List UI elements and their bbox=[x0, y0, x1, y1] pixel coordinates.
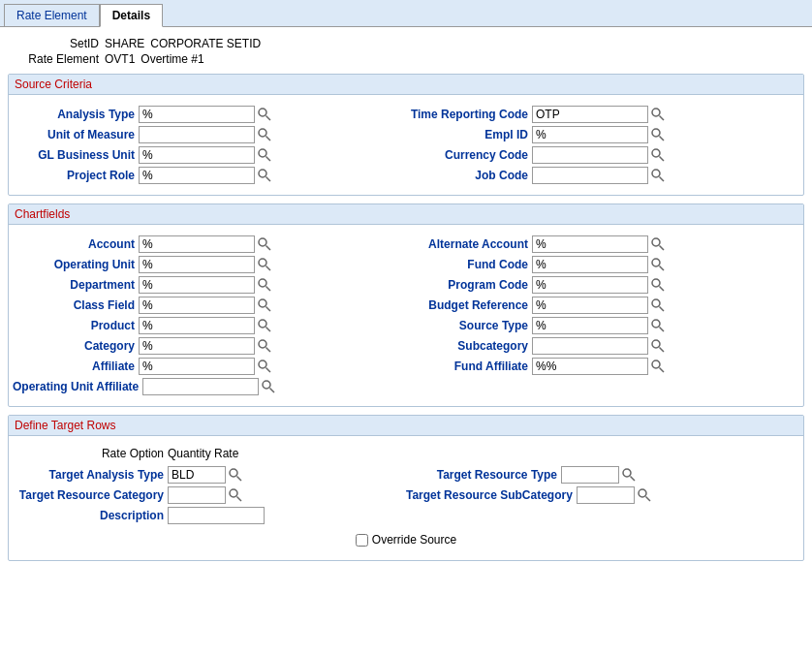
svg-point-8 bbox=[652, 109, 660, 116]
svg-line-5 bbox=[266, 157, 271, 162]
project-role-input[interactable] bbox=[139, 167, 255, 184]
fund-code-input[interactable] bbox=[532, 256, 648, 273]
target-resource-subcategory-label: Target Resource SubCategory bbox=[406, 488, 577, 502]
subcategory-label: Subcategory bbox=[406, 339, 532, 353]
affiliate-label: Affiliate bbox=[13, 360, 139, 373]
department-search-icon[interactable] bbox=[257, 277, 272, 293]
analysis-type-search-icon[interactable] bbox=[257, 107, 272, 122]
svg-line-17 bbox=[266, 246, 271, 251]
svg-point-48 bbox=[230, 489, 237, 497]
operating-unit-input[interactable] bbox=[139, 256, 255, 273]
svg-line-7 bbox=[266, 177, 271, 182]
project-role-row: Project Role bbox=[13, 167, 406, 184]
target-resource-subcategory-input[interactable] bbox=[577, 486, 635, 504]
rate-element-desc: Overtime #1 bbox=[141, 52, 203, 66]
target-resource-category-input[interactable] bbox=[168, 486, 226, 504]
target-analysis-type-input[interactable] bbox=[168, 466, 226, 484]
target-resource-type-input[interactable] bbox=[561, 466, 619, 484]
class-field-search-icon[interactable] bbox=[257, 297, 272, 313]
source-criteria-header: Source Criteria bbox=[9, 75, 803, 95]
gl-business-unit-row: GL Business Unit bbox=[13, 146, 406, 164]
target-right: Target Resource Type Target Resource Sub… bbox=[406, 463, 799, 527]
operating-unit-affiliate-input[interactable] bbox=[142, 378, 259, 395]
svg-point-0 bbox=[259, 109, 266, 116]
affiliate-search-icon[interactable] bbox=[257, 359, 272, 374]
category-search-icon[interactable] bbox=[257, 338, 272, 354]
rate-element-label: Rate Element bbox=[8, 52, 105, 66]
time-reporting-code-search-icon[interactable] bbox=[650, 107, 666, 122]
description-label: Description bbox=[13, 509, 168, 522]
currency-code-input[interactable] bbox=[532, 146, 648, 164]
project-role-search-icon[interactable] bbox=[257, 168, 272, 183]
target-analysis-type-search-icon[interactable] bbox=[228, 467, 243, 483]
svg-point-52 bbox=[639, 489, 646, 497]
fund-code-search-icon[interactable] bbox=[650, 257, 666, 272]
svg-line-37 bbox=[660, 287, 665, 292]
account-input[interactable] bbox=[139, 235, 255, 253]
svg-line-49 bbox=[237, 497, 242, 502]
budget-reference-search-icon[interactable] bbox=[650, 297, 666, 313]
chartfields-right: Alternate Account Fund Code Program Code bbox=[406, 233, 799, 398]
svg-point-42 bbox=[652, 340, 660, 348]
svg-point-18 bbox=[259, 259, 266, 266]
override-source-checkbox[interactable] bbox=[356, 534, 368, 547]
gl-business-unit-input[interactable] bbox=[139, 146, 255, 164]
svg-line-1 bbox=[266, 116, 271, 121]
svg-point-28 bbox=[259, 360, 266, 368]
alternate-account-search-icon[interactable] bbox=[650, 236, 666, 252]
target-analysis-type-label: Target Analysis Type bbox=[13, 468, 168, 482]
unit-of-measure-input[interactable] bbox=[139, 126, 255, 143]
category-input[interactable] bbox=[139, 337, 255, 355]
subcategory-search-icon[interactable] bbox=[650, 338, 666, 354]
svg-line-45 bbox=[660, 368, 665, 373]
svg-point-38 bbox=[652, 299, 660, 307]
budget-reference-input[interactable] bbox=[532, 297, 648, 314]
operating-unit-affiliate-search-icon[interactable] bbox=[261, 379, 276, 394]
svg-line-9 bbox=[660, 116, 665, 121]
account-search-icon[interactable] bbox=[257, 236, 272, 252]
job-code-input[interactable] bbox=[532, 167, 648, 184]
svg-line-13 bbox=[660, 157, 665, 162]
source-type-search-icon[interactable] bbox=[650, 318, 666, 333]
product-search-icon[interactable] bbox=[257, 318, 272, 333]
currency-code-search-icon[interactable] bbox=[650, 147, 666, 163]
source-type-input[interactable] bbox=[532, 317, 648, 334]
job-code-search-icon[interactable] bbox=[650, 168, 666, 183]
alternate-account-input[interactable] bbox=[532, 235, 648, 253]
program-code-label: Program Code bbox=[406, 278, 532, 292]
project-role-label: Project Role bbox=[13, 169, 139, 182]
target-resource-category-label: Target Resource Category bbox=[13, 488, 168, 502]
tab-details[interactable]: Details bbox=[100, 4, 163, 27]
subcategory-input[interactable] bbox=[532, 337, 648, 355]
affiliate-input[interactable] bbox=[139, 358, 255, 375]
svg-point-24 bbox=[259, 320, 266, 328]
empl-id-search-icon[interactable] bbox=[650, 127, 666, 142]
fund-affiliate-input[interactable] bbox=[532, 358, 648, 375]
svg-point-40 bbox=[652, 320, 660, 328]
program-code-input[interactable] bbox=[532, 276, 648, 294]
product-input[interactable] bbox=[139, 317, 255, 334]
gl-business-unit-search-icon[interactable] bbox=[257, 147, 272, 163]
tab-rate-element[interactable]: Rate Element bbox=[4, 4, 100, 26]
target-resource-type-label: Target Resource Type bbox=[406, 468, 561, 482]
fund-affiliate-search-icon[interactable] bbox=[650, 359, 666, 374]
source-criteria-right: Time Reporting Code Empl ID Currency Cod… bbox=[406, 103, 799, 187]
class-field-input[interactable] bbox=[139, 297, 255, 314]
operating-unit-search-icon[interactable] bbox=[257, 257, 272, 272]
page-content: SetID SHARE CORPORATE SETID Rate Element… bbox=[0, 27, 812, 577]
target-resource-subcategory-search-icon[interactable] bbox=[637, 487, 652, 503]
unit-of-measure-search-icon[interactable] bbox=[257, 127, 272, 142]
target-resource-category-search-icon[interactable] bbox=[228, 487, 243, 503]
target-resource-type-search-icon[interactable] bbox=[621, 467, 637, 483]
analysis-type-input[interactable] bbox=[139, 106, 255, 123]
description-input[interactable] bbox=[168, 507, 265, 524]
department-input[interactable] bbox=[139, 276, 255, 294]
currency-code-row: Currency Code bbox=[406, 146, 799, 164]
time-reporting-code-input[interactable] bbox=[532, 106, 648, 123]
svg-point-20 bbox=[259, 279, 266, 287]
setid-label: SetID bbox=[8, 37, 105, 50]
svg-line-11 bbox=[660, 137, 665, 141]
svg-line-19 bbox=[266, 266, 271, 271]
empl-id-input[interactable] bbox=[532, 126, 648, 143]
program-code-search-icon[interactable] bbox=[650, 277, 666, 293]
